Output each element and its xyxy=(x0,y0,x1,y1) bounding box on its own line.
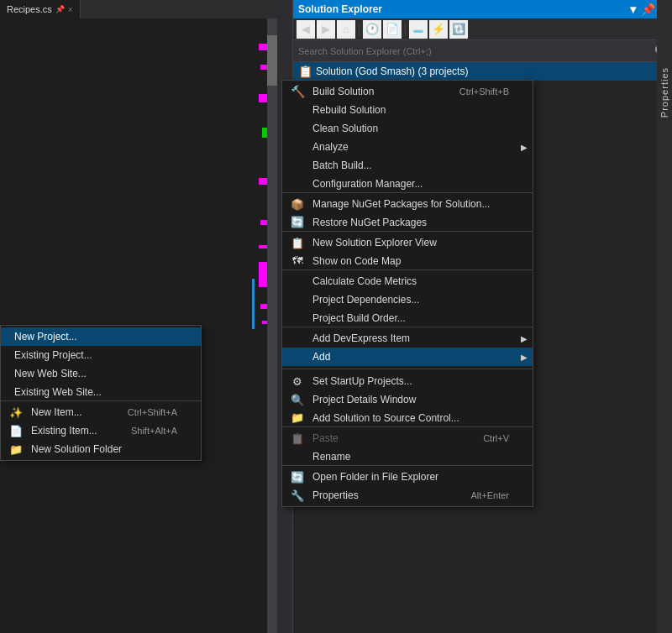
config-label: Configuration Manager... xyxy=(312,178,423,190)
tab-label: Recipes.cs xyxy=(7,4,52,14)
menu-item-project-details[interactable]: 🔍 Project Details Window xyxy=(282,390,533,409)
se-back-button[interactable]: ◀ xyxy=(297,20,315,39)
submenu-new-web-site[interactable]: New Web Site... xyxy=(1,364,201,383)
code-map-icon: 🗺 xyxy=(289,253,306,269)
add-submenu: New Project... Existing Project... New W… xyxy=(0,325,202,461)
se-filter-button[interactable]: ▬ xyxy=(409,20,428,39)
menu-item-add[interactable]: Add ▶ xyxy=(282,348,533,366)
tab-pin-icon: 📌 xyxy=(55,5,65,13)
analyze-arrow-icon: ▶ xyxy=(521,143,528,152)
scroll-indicator xyxy=(252,279,255,329)
se-forward-button[interactable]: ▶ xyxy=(317,20,335,39)
submenu-new-solution-folder[interactable]: 📁 New Solution Folder xyxy=(1,440,201,458)
menu-item-new-se-view[interactable]: 📋 New Solution Explorer View xyxy=(282,233,533,252)
se-search-input[interactable] xyxy=(298,46,651,56)
menu-item-add-devexpress[interactable]: Add DevExpress Item ▶ xyxy=(282,329,533,348)
menu-item-project-deps[interactable]: Project Dependencies... xyxy=(282,290,533,309)
menu-item-analyze[interactable]: Analyze ▶ xyxy=(282,138,533,156)
menu-item-restore-nuget[interactable]: 🔄 Restore NuGet Packages xyxy=(282,213,533,232)
new-item-shortcut: Ctrl+Shift+A xyxy=(128,407,181,417)
se-refresh-button[interactable]: ⚡ xyxy=(429,20,448,39)
project-details-label: Project Details Window xyxy=(312,394,416,405)
open-folder-label: Open Folder in File Explorer xyxy=(312,471,438,483)
scroll-thumb[interactable] xyxy=(267,35,277,86)
editor-area: Recipes.cs 📌 × xyxy=(0,0,277,633)
menu-item-code-metrics[interactable]: Calculate Code Metrics xyxy=(282,272,533,290)
startup-label: Set StartUp Projects... xyxy=(312,375,412,387)
open-folder-icon: 🔄 xyxy=(289,468,306,485)
menu-item-config-manager[interactable]: Configuration Manager... xyxy=(282,175,533,193)
minimap-marker-3 xyxy=(259,94,267,102)
menu-item-build-order[interactable]: Project Build Order... xyxy=(282,309,533,327)
minimap-marker-2 xyxy=(260,65,267,70)
rebuild-label: Rebuild Solution xyxy=(312,104,386,116)
se-solution-item[interactable]: 📋 Solution (God Smash) (3 projects) xyxy=(293,62,672,81)
submenu-existing-item[interactable]: 📄 Existing Item... Shift+Alt+A xyxy=(1,421,201,440)
restore-nuget-icon: 🔄 xyxy=(289,214,306,231)
se-home-button[interactable]: ⌂ xyxy=(337,20,355,39)
new-se-view-label: New Solution Explorer View xyxy=(312,237,437,248)
menu-item-properties[interactable]: 🔧 Properties Alt+Enter xyxy=(282,486,533,505)
clean-label: Clean Solution xyxy=(312,123,378,134)
tab-close-icon[interactable]: × xyxy=(68,5,73,14)
source-control-icon: 📁 xyxy=(289,410,306,426)
menu-item-source-control[interactable]: 📁 Add Solution to Source Control... xyxy=(282,409,533,427)
se-collapse-button[interactable]: 🔃 xyxy=(449,20,468,39)
se-pin2-button[interactable]: 📌 xyxy=(641,3,655,15)
menu-item-code-map[interactable]: 🗺 Show on Code Map xyxy=(282,252,533,270)
devexpress-arrow-icon: ▶ xyxy=(521,334,528,343)
existing-item-icon: 📄 xyxy=(8,422,24,439)
se-history-button[interactable]: 🕐 xyxy=(363,20,381,39)
se-title: Solution Explorer xyxy=(298,3,382,15)
source-control-label: Add Solution to Source Control... xyxy=(312,412,459,424)
code-metrics-label: Calculate Code Metrics xyxy=(312,275,417,287)
existing-item-shortcut: Shift+Alt+A xyxy=(131,426,181,436)
active-tab[interactable]: Recipes.cs 📌 × xyxy=(0,0,81,18)
startup-icon: ⚙ xyxy=(289,373,306,390)
build-icon: 🔨 xyxy=(289,83,306,100)
menu-item-clean-solution[interactable]: Clean Solution xyxy=(282,119,533,138)
menu-item-open-folder[interactable]: 🔄 Open Folder in File Explorer xyxy=(282,468,533,486)
add-label: Add xyxy=(312,351,330,363)
se-file-button[interactable]: 📄 xyxy=(383,20,402,39)
menu-item-batch-build[interactable]: Batch Build... xyxy=(282,156,533,175)
new-folder-icon: 📁 xyxy=(8,441,24,458)
project-deps-label: Project Dependencies... xyxy=(312,294,419,306)
menu-item-startup-projects[interactable]: ⚙ Set StartUp Projects... xyxy=(282,372,533,390)
details-icon: 🔍 xyxy=(289,391,306,408)
submenu-new-item[interactable]: ✨ New Item... Ctrl+Shift+A xyxy=(1,403,201,421)
existing-web-site-label: Existing Web Site... xyxy=(14,386,102,398)
menu-item-build-solution[interactable]: 🔨 Build Solution Ctrl+Shift+B xyxy=(282,82,533,101)
submenu-existing-web-site[interactable]: Existing Web Site... xyxy=(1,383,201,401)
menu-sep-1 xyxy=(282,369,533,369)
se-titlebar: Solution Explorer ▾ 📌 × xyxy=(293,0,672,18)
menu-item-rename[interactable]: Rename xyxy=(282,447,533,466)
minimap-marker-1 xyxy=(259,44,267,50)
paste-label: Paste xyxy=(312,432,339,444)
submenu-existing-project[interactable]: Existing Project... xyxy=(1,346,201,364)
submenu-new-project[interactable]: New Project... xyxy=(1,327,201,346)
tab-bar: Recipes.cs 📌 × xyxy=(0,0,277,18)
existing-project-label: Existing Project... xyxy=(14,349,92,361)
se-pin-button[interactable]: ▾ xyxy=(630,3,636,15)
add-arrow-icon: ▶ xyxy=(521,353,528,362)
menu-item-manage-nuget[interactable]: 📦 Manage NuGet Packages for Solution... xyxy=(282,195,533,213)
solution-label: Solution (God Smash) (3 projects) xyxy=(316,65,468,77)
build-order-label: Project Build Order... xyxy=(312,312,406,324)
editor-scrollbar[interactable] xyxy=(267,18,277,633)
properties-label: Properties xyxy=(659,67,669,118)
solution-icon: 📋 xyxy=(298,65,312,78)
manage-nuget-label: Manage NuGet Packages for Solution... xyxy=(312,198,490,210)
paste-shortcut: Ctrl+V xyxy=(483,433,512,443)
nuget-icon: 📦 xyxy=(289,196,306,212)
paste-icon: 📋 xyxy=(289,430,306,447)
new-se-view-icon: 📋 xyxy=(289,234,306,251)
new-item-label: New Item... xyxy=(31,406,82,418)
menu-item-paste: 📋 Paste Ctrl+V xyxy=(282,429,533,447)
se-toolbar: ◀ ▶ ⌂ 🕐 📄 ▬ ⚡ 🔃 xyxy=(293,18,672,40)
menu-item-rebuild-solution[interactable]: Rebuild Solution xyxy=(282,101,533,119)
analyze-label: Analyze xyxy=(312,141,349,153)
minimap-marker-9 xyxy=(260,304,267,309)
properties-menu-label: Properties xyxy=(312,489,359,501)
build-label: Build Solution xyxy=(312,86,374,97)
